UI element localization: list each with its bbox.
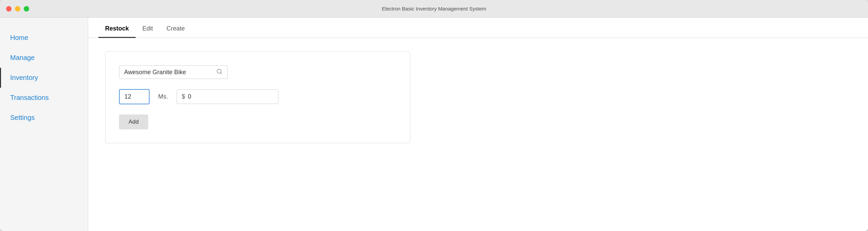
svg-line-1 (220, 72, 221, 74)
sidebar: Home Manage Inventory Transactions Setti… (0, 18, 88, 231)
app-body: Home Manage Inventory Transactions Setti… (0, 18, 868, 231)
sidebar-item-inventory[interactable]: Inventory (0, 68, 88, 88)
search-row (119, 65, 396, 79)
minimize-button[interactable] (15, 6, 20, 12)
window-controls (6, 6, 29, 12)
tabs-bar: Restock Edit Create (88, 18, 868, 38)
titlebar: Electron Basic Inventory Management Syst… (0, 0, 868, 18)
unit-label: Ms. (150, 90, 177, 104)
restock-card: Ms. $ Add (105, 51, 410, 143)
inputs-row: Ms. $ (119, 89, 396, 104)
window-title: Electron Basic Inventory Management Syst… (382, 6, 486, 12)
tab-edit[interactable]: Edit (136, 20, 160, 38)
price-wrapper: $ (177, 89, 278, 104)
product-search-input[interactable] (124, 69, 213, 76)
close-button[interactable] (6, 6, 12, 12)
main-content: Restock Edit Create (88, 18, 868, 231)
add-button[interactable]: Add (119, 114, 148, 129)
quantity-input[interactable] (119, 89, 150, 104)
tab-restock[interactable]: Restock (98, 20, 136, 38)
sidebar-item-manage[interactable]: Manage (0, 48, 88, 68)
sidebar-item-transactions[interactable]: Transactions (0, 88, 88, 108)
search-wrapper (119, 65, 228, 79)
maximize-button[interactable] (24, 6, 29, 12)
sidebar-item-home[interactable]: Home (0, 28, 88, 48)
search-icon (216, 68, 222, 76)
dollar-sign: $ (182, 93, 185, 100)
tab-create[interactable]: Create (160, 20, 192, 38)
sidebar-item-settings[interactable]: Settings (0, 108, 88, 128)
content-area: Ms. $ Add (88, 38, 868, 231)
app-window: Electron Basic Inventory Management Syst… (0, 0, 868, 231)
price-input[interactable] (188, 93, 273, 100)
